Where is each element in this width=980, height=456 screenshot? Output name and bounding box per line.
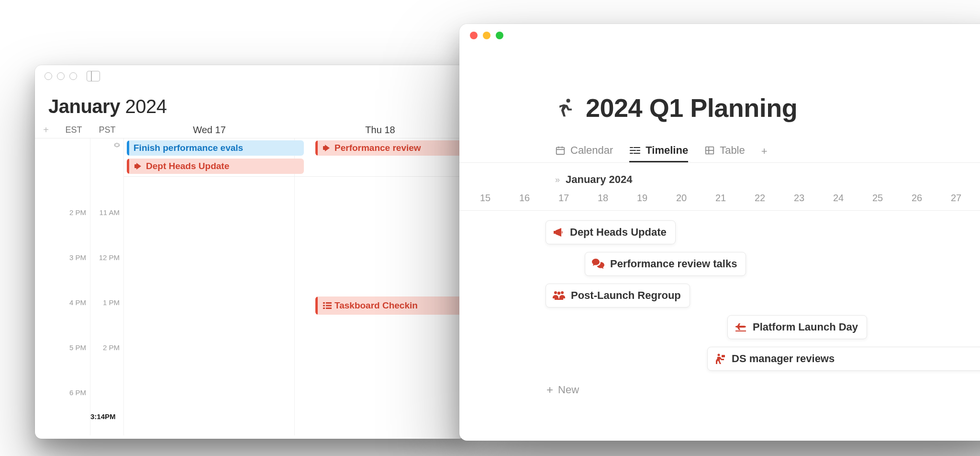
minimize-icon[interactable] xyxy=(483,32,490,39)
date-tick[interactable]: 27 xyxy=(947,193,965,204)
svg-rect-29 xyxy=(722,355,725,357)
timezone-label-2: PST xyxy=(90,122,124,138)
add-view-button[interactable]: + xyxy=(761,145,768,158)
calendar-month: January xyxy=(48,96,120,117)
tab-label: Table xyxy=(720,144,745,157)
date-tick[interactable]: 18 xyxy=(594,193,612,204)
planning-window: 2024 Q1 Planning Calendar Timeline Table… xyxy=(459,24,980,441)
day-column-1[interactable] xyxy=(124,138,295,435)
time-label: 4 PM xyxy=(69,298,86,307)
event-finish-evals[interactable]: Finish performance evals xyxy=(127,140,304,156)
time-column-est: 2 PM 3 PM 4 PM 5 PM 6 PM xyxy=(57,138,90,435)
event-taskboard-checkin[interactable]: Taskboard Checkin xyxy=(315,296,464,315)
page-title: 2024 Q1 Planning xyxy=(586,93,797,123)
day-header-1[interactable]: Wed 17 xyxy=(124,122,295,138)
date-tick[interactable]: 26 xyxy=(908,193,925,204)
meeting-icon xyxy=(553,291,565,300)
plus-icon: + xyxy=(546,383,553,397)
minimize-icon[interactable] xyxy=(57,72,65,80)
date-tick[interactable]: 19 xyxy=(634,193,651,204)
svg-rect-1 xyxy=(326,302,332,304)
time-label: 5 PM xyxy=(69,343,86,352)
timeline-month-label: January 2024 xyxy=(566,173,632,186)
add-timeline-item[interactable]: + New xyxy=(546,383,579,397)
event-performance-review[interactable]: Performance review xyxy=(315,140,464,156)
svg-point-23 xyxy=(554,291,557,294)
event-label: Finish performance evals xyxy=(134,143,243,153)
date-tick[interactable]: 22 xyxy=(751,193,768,204)
svg-rect-0 xyxy=(323,302,325,304)
time-label: 3 PM xyxy=(69,253,86,262)
timeline-icon xyxy=(629,145,641,156)
timeline-item-perf-talks[interactable]: Performance review talks xyxy=(585,252,746,276)
timeline-canvas[interactable]: Dept Heads Update Performance review tal… xyxy=(459,211,980,412)
svg-point-28 xyxy=(718,354,720,356)
tab-table[interactable]: Table xyxy=(704,140,745,162)
add-timezone-button[interactable]: + xyxy=(35,122,57,138)
svg-rect-27 xyxy=(735,331,746,331)
new-label: New xyxy=(558,384,579,396)
allday-section: Finish performance evals Dept Heads Upda… xyxy=(124,138,466,177)
svg-rect-5 xyxy=(326,308,332,309)
window-titlebar xyxy=(459,24,980,47)
close-icon[interactable] xyxy=(470,32,478,39)
current-time-label: 3:14PM xyxy=(90,412,116,421)
timeline-item-dept-heads[interactable]: Dept Heads Update xyxy=(546,220,676,244)
svg-rect-2 xyxy=(323,305,325,307)
date-tick[interactable]: 24 xyxy=(830,193,847,204)
person-carry-icon xyxy=(714,353,726,364)
event-label: Dept Heads Update xyxy=(146,161,229,171)
zoom-icon[interactable] xyxy=(496,32,503,39)
sidebar-toggle-icon[interactable] xyxy=(87,71,100,81)
close-icon[interactable] xyxy=(45,72,52,80)
svg-point-24 xyxy=(561,291,564,294)
time-column-pst: ︽︾ 11 AM 12 PM 1 PM 2 PM xyxy=(90,138,124,435)
time-label: 12 PM xyxy=(99,253,120,262)
svg-point-25 xyxy=(557,292,560,295)
date-tick[interactable]: 15 xyxy=(477,193,494,204)
day-column-2[interactable] xyxy=(295,138,466,435)
date-tick[interactable]: 25 xyxy=(869,193,886,204)
calendar-icon xyxy=(555,145,566,156)
timeline-month-row: » January 2024 xyxy=(459,163,980,186)
timeline-item-ds-manager[interactable]: DS manager reviews xyxy=(707,347,980,371)
date-tick[interactable]: 23 xyxy=(791,193,808,204)
event-label: Performance review xyxy=(334,143,421,153)
calendar-year: 2024 xyxy=(125,96,167,117)
svg-rect-26 xyxy=(555,298,563,300)
megaphone-icon xyxy=(553,228,564,237)
date-tick[interactable]: 17 xyxy=(555,193,572,204)
timeline-item-post-launch[interactable]: Post-Launch Regroup xyxy=(546,284,690,308)
calendar-window: January 2024 + EST PST Wed 17 Thu 18 2 P… xyxy=(35,65,466,439)
tab-timeline[interactable]: Timeline xyxy=(629,140,688,162)
chevron-right-icon[interactable]: » xyxy=(555,175,560,185)
page-header: 2024 Q1 Planning xyxy=(459,47,980,140)
day-header-2[interactable]: Thu 18 xyxy=(295,122,466,138)
window-titlebar xyxy=(35,65,466,87)
tab-label: Timeline xyxy=(646,144,688,157)
tab-calendar[interactable]: Calendar xyxy=(555,140,613,162)
event-label: Taskboard Checkin xyxy=(334,300,418,311)
svg-rect-3 xyxy=(326,305,332,307)
time-label: 11 AM xyxy=(99,208,120,217)
runner-icon xyxy=(555,97,576,118)
timeline-item-launch-day[interactable]: Platform Launch Day xyxy=(727,315,867,339)
date-tick[interactable]: 16 xyxy=(516,193,533,204)
timeline-date-scale: 15 16 17 18 19 20 21 22 23 24 25 26 27 2… xyxy=(459,186,980,211)
svg-point-6 xyxy=(566,99,570,103)
event-dept-heads[interactable]: Dept Heads Update xyxy=(127,159,304,174)
plane-icon xyxy=(735,322,747,332)
svg-rect-4 xyxy=(323,308,325,309)
timeline-item-label: DS manager reviews xyxy=(732,353,835,365)
calendar-column-headers: + EST PST Wed 17 Thu 18 xyxy=(35,122,466,138)
time-label: 6 PM xyxy=(69,388,86,397)
svg-rect-7 xyxy=(557,148,565,155)
zoom-icon[interactable] xyxy=(69,72,77,80)
date-tick[interactable]: 21 xyxy=(712,193,729,204)
allday-collapse-icon[interactable]: ︽︾ xyxy=(114,140,121,149)
timeline-item-label: Dept Heads Update xyxy=(570,226,667,239)
time-label: 2 PM xyxy=(69,208,86,217)
calendar-title: January 2024 xyxy=(48,96,452,117)
megaphone-icon xyxy=(134,163,143,170)
date-tick[interactable]: 20 xyxy=(673,193,690,204)
